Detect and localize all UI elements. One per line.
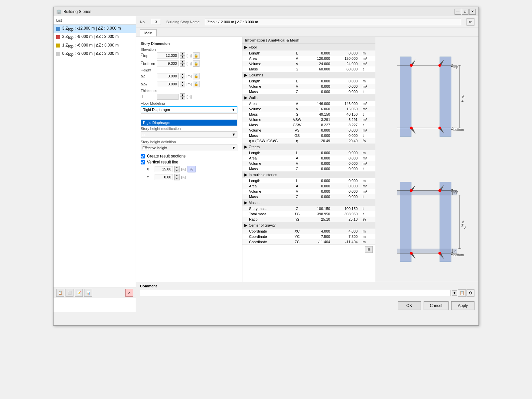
- story-height-def-dropdown[interactable]: Effective height ▼: [141, 145, 237, 151]
- d-spinner: ▲ ▼: [180, 93, 185, 100]
- maximize-button[interactable]: □: [462, 9, 468, 15]
- floor-modeling-arrow: ▼: [231, 107, 235, 112]
- zbottom-spin-down[interactable]: ▼: [180, 63, 185, 67]
- floor-modeling-selected: Rigid Diaphragm: [143, 108, 231, 112]
- ok-button[interactable]: OK: [398, 301, 421, 310]
- svg-rect-0: [383, 37, 471, 282]
- apply-button[interactable]: Apply: [451, 301, 474, 310]
- y-unit: [%]: [181, 175, 186, 179]
- d-spin-up[interactable]: ▲: [180, 93, 185, 97]
- table-row: Coordinate XC 4.000 4.000 m: [242, 229, 375, 234]
- copy-icon[interactable]: ⬜: [66, 289, 73, 297]
- tab-main[interactable]: Main: [140, 29, 157, 37]
- svg-text:Z: Z: [451, 252, 453, 255]
- comment-edit-btn[interactable]: ⚙: [466, 289, 474, 297]
- edit-name-button[interactable]: ✏: [466, 18, 474, 26]
- dz0-spin-up[interactable]: ▲: [180, 81, 185, 84]
- zbottom-spin-up[interactable]: ▲: [180, 60, 185, 63]
- story-height-def-selected: Effective height: [142, 146, 232, 150]
- color-indicator-3: [56, 27, 60, 31]
- sidebar-label-1: 1 Ztop : -6.000 m | ΔZ : 3.000 m: [62, 43, 119, 49]
- sidebar-item-2[interactable]: 2 Ztop : -9.000 m | ΔZ : 3.000 m: [54, 33, 136, 41]
- vertical-result-line-checkbox[interactable]: [141, 160, 145, 164]
- d-spin-down[interactable]: ▼: [180, 97, 185, 100]
- sidebar-item-3[interactable]: 3 Ztop : -12.000 m | ΔZ : 3.000 m: [54, 25, 136, 33]
- y-label: Y: [147, 175, 153, 179]
- dz-spin-up[interactable]: ▲: [180, 73, 185, 76]
- sidebar-item-0[interactable]: 0 Ztop : -3.000 m | ΔZ : 3.000 m: [54, 50, 136, 58]
- dz-spin-down[interactable]: ▼: [180, 76, 185, 79]
- table-row: Volume VSW 3.291 3.291 m³: [242, 117, 375, 122]
- table-row: Area A 0.000 0.000 m²: [242, 183, 375, 189]
- ztop-lock[interactable]: 🔒: [193, 52, 200, 59]
- no-label: No.: [140, 20, 146, 24]
- cancel-button[interactable]: Cancel: [424, 301, 449, 310]
- svg-text:Z: Z: [451, 189, 453, 193]
- remove-icon[interactable]: ✕: [125, 289, 133, 297]
- dz-row: ΔZ ▲ ▼ [m] 🔒: [141, 73, 237, 79]
- d-input[interactable]: [157, 94, 179, 100]
- dz0-spin-down[interactable]: ▼: [180, 84, 185, 87]
- export-button[interactable]: ⊞: [365, 246, 373, 253]
- x-input[interactable]: [155, 166, 173, 172]
- story-name-input[interactable]: [205, 19, 461, 25]
- delete-icon[interactable]: 📊: [84, 289, 92, 297]
- dz-lock[interactable]: 🔒: [193, 73, 200, 79]
- titlebar-title: Building Stories: [64, 9, 455, 14]
- ztop-spinner: ▲ ▼: [180, 52, 185, 59]
- zbottom-lock[interactable]: 🔒: [193, 60, 200, 67]
- main-content: List 3 Ztop : -12.000 m | ΔZ : 3.000 m 2…: [54, 16, 478, 312]
- zbottom-input[interactable]: [157, 60, 179, 66]
- y-input[interactable]: [155, 174, 173, 180]
- ztop-input[interactable]: [157, 52, 179, 58]
- story-height-def-arrow: ▼: [232, 146, 236, 150]
- comment-buttons: ▼ 📋 ⚙: [452, 289, 474, 297]
- dz0-input[interactable]: [157, 81, 179, 87]
- floor-modeling-option-empty[interactable]: --: [141, 114, 237, 120]
- svg-text:Z: Z: [451, 127, 453, 130]
- color-indicator-2: [56, 35, 60, 39]
- floor-modeling-option-rigid[interactable]: Rigid Diaphragm: [141, 120, 237, 126]
- thickness-row: d ▲ ▼ [m]: [141, 93, 237, 100]
- sidebar: List 3 Ztop : -12.000 m | ΔZ : 3.000 m 2…: [54, 16, 136, 312]
- y-spin-up[interactable]: ▲: [174, 174, 180, 177]
- table-row: Volume VS 0.000 0.000 m³: [242, 128, 375, 133]
- table-row: Length L 0.000 0.000 m: [242, 178, 375, 183]
- svg-text:top: top: [454, 65, 459, 69]
- svg-point-33: [410, 189, 413, 192]
- color-indicator-1: [56, 44, 60, 48]
- table-row: Mass G 0.000 0.000 t: [242, 166, 375, 171]
- color-indicator-0: [56, 52, 60, 56]
- y-spin-down[interactable]: ▼: [174, 177, 180, 180]
- story-no-input[interactable]: [151, 19, 161, 25]
- svg-text:Δ: Δ: [462, 95, 464, 99]
- percent-button[interactable]: %: [188, 166, 196, 172]
- comment-input[interactable]: [140, 290, 451, 296]
- svg-rect-1: [400, 57, 411, 137]
- table-row: Area A 146.000 146.000 m²: [242, 101, 375, 106]
- ztop-spin-down[interactable]: ▼: [180, 55, 185, 59]
- dz0-row: ΔZ₀ ▲ ▼ [m] 🔒: [141, 81, 237, 87]
- ztop-spin-up[interactable]: ▲: [180, 52, 185, 55]
- comment-copy-btn[interactable]: 📋: [458, 289, 466, 297]
- x-spin-up[interactable]: ▲: [174, 166, 180, 169]
- story-height-mod-dropdown[interactable]: -- ▼: [141, 131, 237, 138]
- dz-input[interactable]: [157, 73, 179, 79]
- svg-text:d: d: [455, 249, 457, 253]
- sidebar-header: List: [54, 16, 136, 25]
- diagram-svg: Z top Z bottom Δ Z: [375, 37, 478, 282]
- sidebar-item-1[interactable]: 1 Ztop : -6.000 m | ΔZ : 3.000 m: [54, 42, 136, 50]
- table-row: Mass G 0.000 0.000 t: [242, 194, 375, 199]
- vertical-result-line-label: Vertical result line: [147, 160, 178, 164]
- floor-modeling-dropdown[interactable]: Rigid Diaphragm ▼: [141, 106, 237, 113]
- panels-row: Story Dimension Elevation Ztop ▲ ▼ [m] 🔒: [136, 37, 478, 282]
- create-result-sections-checkbox[interactable]: [141, 154, 145, 158]
- add-icon[interactable]: 📋: [56, 289, 64, 297]
- edit-icon[interactable]: 📝: [75, 289, 83, 297]
- dz0-lock[interactable]: 🔒: [193, 81, 200, 87]
- comment-expand-btn[interactable]: ▼: [452, 290, 457, 296]
- story-name-label: Building Story Name: [166, 20, 200, 24]
- close-button[interactable]: ✕: [469, 9, 476, 15]
- minimize-button[interactable]: —: [455, 9, 461, 15]
- x-spin-down[interactable]: ▼: [174, 169, 180, 172]
